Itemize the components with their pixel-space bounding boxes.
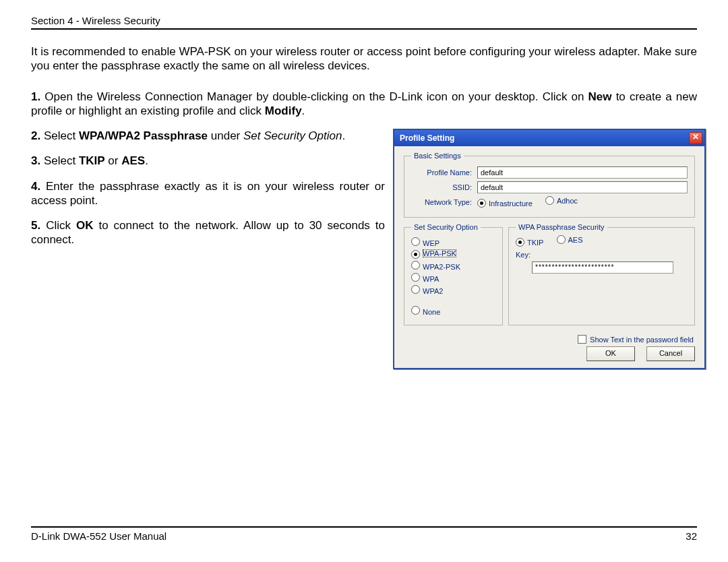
section-header: Section 4 - Wireless Security <box>31 15 697 30</box>
show-password-label: Show Text in the password field <box>590 336 694 344</box>
key-input[interactable]: ************************ <box>532 261 673 274</box>
security-wep-radio[interactable]: WEP <box>411 237 495 247</box>
step-number: 4. <box>31 180 40 193</box>
security-none-radio[interactable]: None <box>411 306 495 316</box>
dialog-title: Profile Setting <box>400 133 454 143</box>
cipher-aes-radio[interactable]: AES <box>557 235 583 244</box>
radio-icon <box>477 199 486 208</box>
step-1: 1. Open the Wireless Connection Manager … <box>31 90 697 119</box>
network-type-infrastructure-radio[interactable]: Infrastructure <box>477 199 533 208</box>
network-type-adhoc-radio[interactable]: Adhoc <box>545 196 578 205</box>
security-wpa-psk-radio[interactable]: WPA-PSK <box>411 249 495 259</box>
step-3: 3. Select TKIP or AES. <box>31 154 385 168</box>
radio-icon <box>545 196 554 205</box>
step-number: 5. <box>31 219 40 232</box>
basic-settings-fieldset: Basic Settings Profile Name: default SSI… <box>404 152 695 218</box>
footer-page-number: 32 <box>686 530 697 542</box>
network-type-label: Network Type: <box>411 198 477 206</box>
ok-button[interactable]: OK <box>586 346 635 361</box>
radio-icon <box>411 273 420 282</box>
step-4: 4. Enter the passphrase exactly as it is… <box>31 179 385 208</box>
page-footer: D-Link DWA-552 User Manual 32 <box>31 526 697 542</box>
radio-icon <box>411 306 420 315</box>
wpa-passphrase-fieldset: WPA Passphrase Security TKIP AES Key: **… <box>508 223 695 325</box>
intro-paragraph: It is recommended to enable WPA-PSK on y… <box>31 44 697 73</box>
cipher-tkip-radio[interactable]: TKIP <box>516 238 543 247</box>
radio-icon <box>411 261 420 270</box>
section-header-text: Section 4 - Wireless Security <box>31 15 160 26</box>
step-5: 5. Click OK to connect to the network. A… <box>31 218 385 247</box>
close-icon[interactable]: ✕ <box>689 132 702 144</box>
dialog-titlebar[interactable]: Profile Setting ✕ <box>394 130 704 146</box>
radio-icon <box>516 238 524 247</box>
radio-icon <box>411 250 420 259</box>
step-number: 1. <box>31 90 40 103</box>
security-option-fieldset: Set Security Option WEP WPA-PSK WPA2-PSK… <box>404 223 503 325</box>
profile-name-input[interactable]: default <box>477 166 688 179</box>
security-wpa2-radio[interactable]: WPA2 <box>411 285 495 295</box>
security-wpa-radio[interactable]: WPA <box>411 273 495 283</box>
key-label: Key: <box>516 251 688 259</box>
ssid-label: SSID: <box>411 183 477 191</box>
ssid-input[interactable]: default <box>477 181 688 193</box>
radio-icon <box>411 285 420 294</box>
step-number: 2. <box>31 129 40 142</box>
security-option-legend: Set Security Option <box>411 223 481 231</box>
basic-settings-legend: Basic Settings <box>411 152 464 160</box>
cancel-button[interactable]: Cancel <box>646 346 695 361</box>
security-wpa2-psk-radio[interactable]: WPA2-PSK <box>411 261 495 271</box>
footer-manual-name: D-Link DWA-552 User Manual <box>31 530 166 542</box>
show-password-checkbox[interactable] <box>578 335 586 344</box>
wpa-passphrase-legend: WPA Passphrase Security <box>516 223 607 231</box>
profile-name-label: Profile Name: <box>411 168 477 177</box>
radio-icon <box>411 237 420 246</box>
step-2: 2. Select WPA/WPA2 Passphrase under Set … <box>31 129 385 143</box>
profile-setting-dialog: Profile Setting ✕ Basic Settings Profile… <box>393 129 706 369</box>
radio-icon <box>557 235 566 244</box>
step-number: 3. <box>31 154 40 167</box>
